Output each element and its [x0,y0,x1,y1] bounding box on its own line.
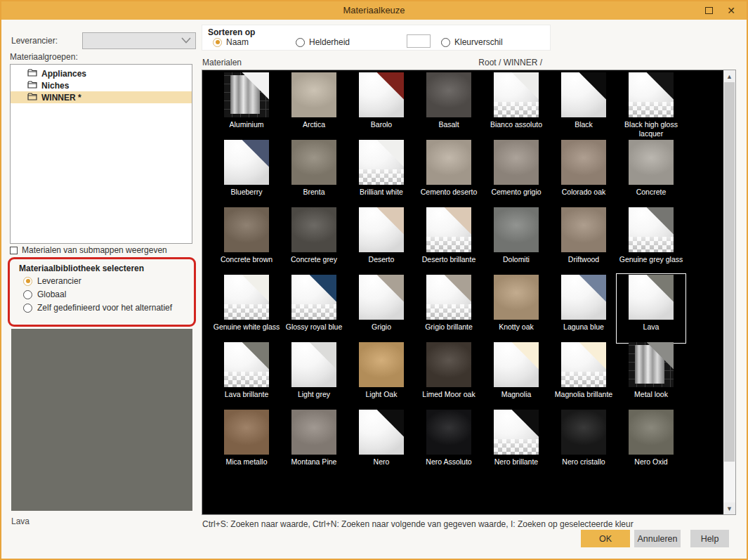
radio-button[interactable] [296,38,305,47]
material-name-label: Metal look [617,390,685,399]
material-name-label: Lava brillante [213,390,280,399]
material-tile[interactable]: Magnolia brillante [550,342,617,410]
submap-checkbox[interactable] [10,247,18,254]
material-tile[interactable]: Lava [617,275,685,342]
annuleren-button[interactable]: Annuleren [634,530,681,547]
checkered-floor [224,372,269,387]
material-tile[interactable]: Driftwood [550,207,617,275]
material-swatch-image [291,410,336,455]
material-tile[interactable]: Knotty oak [483,275,550,342]
leverancier-dropdown[interactable] [82,32,196,49]
material-name-label: Grigio [348,323,415,332]
material-tile[interactable]: Montana Pine [280,410,348,477]
library-option-1[interactable]: Leverancier [23,276,81,286]
checkered-floor [561,372,606,387]
material-tile[interactable]: Deserto brillante [415,207,483,275]
material-tile[interactable]: Brilliant white [348,140,415,207]
ok-button[interactable]: OK [581,530,630,547]
sort-option-naam[interactable]: Naam [213,37,249,47]
radio-label: Helderheid [309,37,350,47]
material-tile[interactable]: Laguna blue [550,275,617,342]
radio-button[interactable] [23,277,32,286]
close-button[interactable]: ✕ [724,4,738,17]
material-tile[interactable]: Concrete brown [213,207,280,275]
material-name-label: Montana Pine [280,457,348,467]
material-tile[interactable]: Arctica [280,72,348,140]
material-swatch-image [494,275,539,320]
scroll-up-icon[interactable]: ▲ [723,70,735,82]
material-tile[interactable]: Nero Assoluto [415,410,483,477]
material-swatch-image [426,342,471,387]
material-tile[interactable]: Grigio brillante [415,275,483,342]
material-tile[interactable]: Magnolia [483,342,550,410]
material-name-label: Lava [617,323,685,332]
help-button[interactable]: Help [690,530,729,547]
material-tile[interactable]: Light grey [280,342,348,410]
material-tile[interactable]: Basalt [415,72,483,140]
material-tile[interactable]: Aluminium [213,72,280,140]
material-tile[interactable]: Black high gloss lacquer [617,72,685,140]
titlebar: Materiaalkeuze ✕ [1,1,747,20]
material-name-label: Barolo [348,120,415,129]
material-name-label: Concrete brown [213,255,280,264]
material-preview-swatch [11,329,192,511]
material-swatch-image [224,72,269,117]
material-name-label: Brilliant white [348,188,415,197]
preview-material-name: Lava [11,516,29,526]
library-option-3[interactable]: Zelf gedefinieerd voor het alternatief [23,303,172,313]
library-group-title: Materiaalbibliotheek selecteren [19,263,144,273]
radio-button[interactable] [23,290,32,299]
material-tile[interactable]: Grigio [348,275,415,342]
scrollbar-thumb[interactable] [724,82,735,462]
material-tile[interactable]: Brenta [280,140,348,207]
material-tile[interactable]: Concrete grey [280,207,348,275]
material-tile[interactable]: Limed Moor oak [415,342,483,410]
material-tile[interactable]: Genuine white glass [213,275,280,342]
material-swatch-image [426,72,471,117]
material-tile[interactable]: Genuine grey glass [617,207,685,275]
material-tile[interactable]: Mica metallo [213,410,280,477]
radio-button[interactable] [441,38,450,47]
material-tile[interactable]: Black [550,72,617,140]
material-tile[interactable]: Cemento deserto [415,140,483,207]
material-swatch-image [224,207,269,252]
tree-item-winner[interactable]: WINNER * [11,91,192,103]
material-name-label: Laguna blue [550,323,617,332]
material-tile[interactable]: Barolo [348,72,415,140]
material-swatch-image [426,275,471,320]
library-option-2[interactable]: Globaal [23,289,66,299]
tree-item-niches[interactable]: Niches [11,79,192,91]
checkered-floor [426,304,471,320]
material-name-label: Concrete grey [280,255,348,264]
sort-option-helderheid[interactable]: Helderheid [296,37,350,47]
material-tile[interactable]: Nero [348,410,415,477]
material-tile[interactable]: Light Oak [348,342,415,410]
material-tile[interactable]: Deserto [348,207,415,275]
material-tile[interactable]: Colorado oak [550,140,617,207]
material-swatch-image [494,410,539,455]
material-tile[interactable]: Bianco assoluto [483,72,550,140]
radio-button[interactable] [213,38,222,47]
radio-button[interactable] [23,304,32,313]
material-tile[interactable]: Metal look [617,342,685,410]
chevron-down-icon [181,37,191,44]
material-tile[interactable]: Cemento grigio [483,140,550,207]
material-tile[interactable]: Nero cristallo [550,410,617,477]
material-tile[interactable]: Nero Oxid [617,410,685,477]
sort-option-kleurverschil[interactable]: Kleurverschil [441,37,503,47]
maximize-button[interactable] [702,4,716,17]
breadcrumb: Root / WINNER / [202,58,542,67]
material-tile[interactable]: Blueberry [213,140,280,207]
material-tile[interactable]: Glossy royal blue [280,275,348,342]
material-tile[interactable]: Dolomiti [483,207,550,275]
material-tile[interactable]: Nero brillante [483,410,550,477]
material-swatch-image [629,275,674,320]
kleurverschil-input[interactable] [407,34,431,48]
material-tile[interactable]: Concrete [617,140,685,207]
materials-scrollbar[interactable]: ▲ ▼ [723,70,735,514]
material-tile[interactable]: Lava brillante [213,342,280,410]
scroll-down-icon[interactable]: ▼ [723,502,735,514]
tree-item-appliances[interactable]: Appliances [11,67,192,79]
submap-checkbox-row[interactable]: Materialen van submappen weergeven [10,245,167,255]
checkered-floor [224,304,269,320]
